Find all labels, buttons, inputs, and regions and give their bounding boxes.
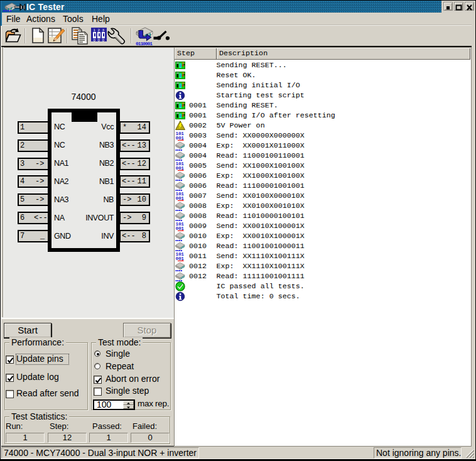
svg-text:0: 0 (94, 38, 96, 41)
svg-text:0: 0 (102, 38, 105, 41)
svg-text:3: 3 (102, 28, 105, 32)
svg-text:1: 1 (94, 28, 96, 32)
svg-text:0: 0 (98, 38, 100, 41)
svg-text:0110001: 0110001 (136, 41, 153, 46)
svg-text:2: 2 (98, 28, 100, 32)
